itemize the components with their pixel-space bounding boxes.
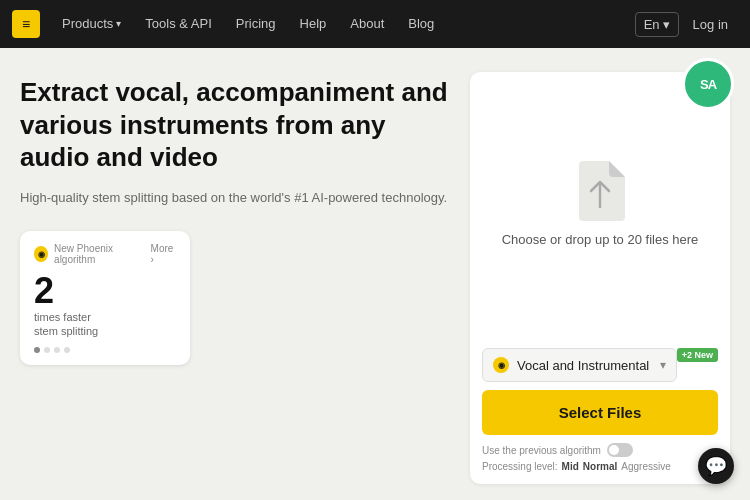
feature-card-header: ◉ New Phoenix algorithm More › xyxy=(34,243,176,265)
login-button[interactable]: Log in xyxy=(683,13,738,36)
hero-subtitle: High-quality stem splitting based on the… xyxy=(20,188,450,208)
nav-products[interactable]: Products ▾ xyxy=(50,0,133,48)
nav-pricing[interactable]: Pricing xyxy=(224,0,288,48)
chat-bubble[interactable]: 💬 xyxy=(698,448,734,484)
select-files-button[interactable]: Select Files xyxy=(482,390,718,435)
algo-row: Use the previous algorithm xyxy=(482,443,718,457)
processing-aggressive[interactable]: Aggressive xyxy=(621,461,670,472)
dot-4 xyxy=(64,347,70,353)
toggle-knob xyxy=(609,445,619,455)
dropdown-label: Vocal and Instrumental xyxy=(517,358,660,373)
new-badge: +2 New xyxy=(677,348,718,362)
dot-3 xyxy=(54,347,60,353)
feature-card-icon: ◉ xyxy=(34,246,48,262)
separation-mode-dropdown[interactable]: ◉ Vocal and Instrumental ▾ xyxy=(482,348,677,382)
feature-card-desc1: times faster xyxy=(34,311,176,323)
dot-2 xyxy=(44,347,50,353)
logo-icon: ≡ xyxy=(22,17,30,31)
drop-text: Choose or drop up to 20 files here xyxy=(502,231,699,249)
algo-toggle[interactable] xyxy=(607,443,633,457)
nav-tools[interactable]: Tools & API xyxy=(133,0,223,48)
chevron-down-icon: ▾ xyxy=(116,18,121,29)
chevron-down-icon: ▾ xyxy=(663,17,670,32)
drop-controls: +2 New ◉ Vocal and Instrumental ▾ Select… xyxy=(470,338,730,484)
logo[interactable]: ≡ xyxy=(12,10,40,38)
upload-icon xyxy=(575,161,625,221)
right-panel: Choose or drop up to 20 files here +2 Ne… xyxy=(470,72,730,484)
navigation: ≡ Products ▾ Tools & API Pricing Help Ab… xyxy=(0,0,750,48)
nav-items: Products ▾ Tools & API Pricing Help Abou… xyxy=(50,0,635,48)
nav-right: En ▾ Log in xyxy=(635,12,738,37)
algo-text: Use the previous algorithm xyxy=(482,445,601,456)
processing-label: Processing level: xyxy=(482,461,558,472)
drop-area[interactable]: Choose or drop up to 20 files here xyxy=(470,72,730,338)
feature-card-number: 2 xyxy=(34,273,176,309)
feature-card: ◉ New Phoenix algorithm More › 2 times f… xyxy=(20,231,190,365)
drop-zone[interactable]: Choose or drop up to 20 files here +2 Ne… xyxy=(470,72,730,484)
processing-normal[interactable]: Normal xyxy=(583,461,617,472)
nav-blog[interactable]: Blog xyxy=(396,0,446,48)
nav-about[interactable]: About xyxy=(338,0,396,48)
nav-help[interactable]: Help xyxy=(288,0,339,48)
chevron-down-icon: ▾ xyxy=(660,358,666,372)
main-content: Extract vocal, accompaniment and various… xyxy=(0,48,750,500)
processing-mid[interactable]: Mid xyxy=(562,461,579,472)
feature-card-desc2: stem splitting xyxy=(34,325,176,337)
dot-1 xyxy=(34,347,40,353)
language-selector[interactable]: En ▾ xyxy=(635,12,679,37)
processing-row: Processing level: Mid Normal Aggressive xyxy=(482,461,718,472)
left-panel: Extract vocal, accompaniment and various… xyxy=(20,72,450,484)
hero-title: Extract vocal, accompaniment and various… xyxy=(20,76,450,174)
dropdown-icon: ◉ xyxy=(493,357,509,373)
avatar[interactable]: SA xyxy=(682,58,734,110)
chat-icon: 💬 xyxy=(705,455,727,477)
feature-card-dots xyxy=(34,347,176,353)
feature-card-more[interactable]: More › xyxy=(151,243,176,265)
feature-card-tag: New Phoenix algorithm xyxy=(54,243,144,265)
